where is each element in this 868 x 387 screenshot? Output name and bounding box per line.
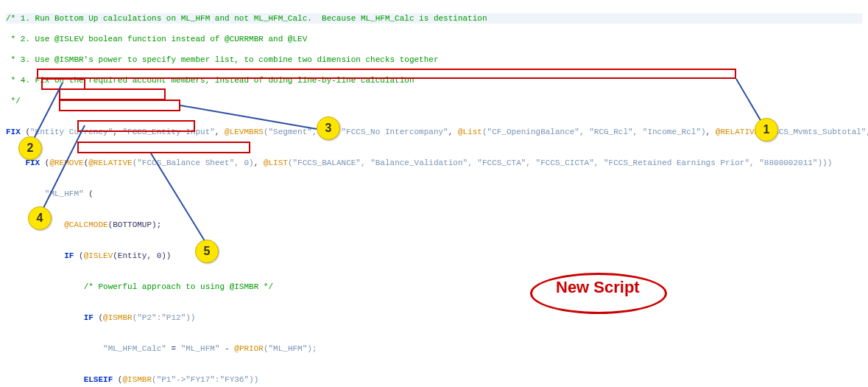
calcmode-line: @CALCMODE(BOTTOMUP); xyxy=(6,220,862,230)
comment-line: /* 1. Run Bottom Up calculations on ML_H… xyxy=(6,13,862,24)
code-editor: /* 1. Run Bottom Up calculations on ML_H… xyxy=(0,0,868,387)
assign-1: "ML_HFM_Calc" = "ML_HFM" - @PRIOR("ML_HF… xyxy=(6,344,862,354)
callout-2: 2 xyxy=(18,136,42,160)
comment-line: * 4. Fix on the required account members… xyxy=(6,75,862,86)
block-open: "ML_HFM" ( xyxy=(6,189,862,199)
highlight-box-6 xyxy=(77,142,250,153)
if-islev: IF (@ISLEV(Entity, 0)) xyxy=(6,251,862,261)
if-ismbr-1: IF (@ISMBR("P2":"P12")) xyxy=(6,313,862,323)
fix-inner: FIX (@REMOVE(@RELATIVE("FCCS_Balance She… xyxy=(6,158,862,168)
comment-line: */ xyxy=(6,96,862,106)
fix-outer: FIX ("Entity Currency", "FCCS_Entity Inp… xyxy=(6,127,862,137)
comment-line: * 3. Use @ISMBR's power to specify membe… xyxy=(6,55,862,65)
svg-line-2 xyxy=(180,105,317,129)
comment-line: * 2. Use @ISLEV boolean function instead… xyxy=(6,34,862,44)
elseif-ismbr: ELSEIF (@ISMBR("P1"->"FY17":"FY36")) xyxy=(6,374,862,385)
new-script-ellipse xyxy=(530,273,667,314)
comment-power: /* Powerful approach to using @ISMBR */ xyxy=(6,282,862,292)
svg-line-3 xyxy=(40,125,85,214)
